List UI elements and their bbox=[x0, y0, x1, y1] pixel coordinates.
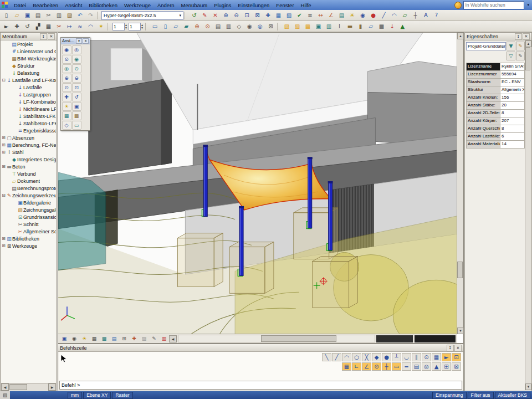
menu-einstellungen[interactable]: Einstellungen bbox=[234, 1, 273, 9]
zoom-dynamic-icon[interactable]: ⊙ bbox=[62, 83, 71, 92]
tree-item-lastfaelle-und-lf-kombinationen[interactable]: ⊟ ↓ Lastfälle und LF-Kombinationen bbox=[1, 76, 56, 84]
edit-properties-button[interactable]: ✎ bbox=[516, 52, 525, 60]
polar-icon[interactable]: ∠ bbox=[362, 362, 371, 371]
menu-fenster[interactable]: Fenster bbox=[273, 1, 297, 9]
property-row[interactable]: Anzahl Knoten: 156 bbox=[466, 94, 525, 102]
background-icon[interactable]: ▨ bbox=[139, 334, 149, 343]
render-icon[interactable]: ◉ bbox=[357, 11, 368, 21]
dimension-icon[interactable]: ┼ bbox=[410, 11, 421, 21]
status-segment[interactable]: Raster bbox=[112, 392, 132, 399]
tree-item-zeichnungsgalerie[interactable]: ▨ Zeichnungsgalerie bbox=[1, 206, 56, 213]
tree-item-absenzen[interactable]: ⊞ ▢ Absenzen bbox=[1, 134, 56, 141]
property-value[interactable]: 207 bbox=[500, 117, 525, 125]
axes-icon[interactable]: ✚ bbox=[129, 334, 139, 343]
menu-ansicht[interactable]: Ansicht bbox=[62, 1, 85, 9]
clean-screen-icon[interactable]: ⊠ bbox=[452, 362, 461, 371]
lock-icon[interactable]: ⊠ bbox=[265, 22, 276, 32]
units-icon[interactable]: ⊞ bbox=[442, 362, 451, 371]
sun-icon[interactable]: ☀ bbox=[79, 334, 89, 343]
property-row[interactable]: Struktur Allgemein XYZ bbox=[466, 86, 525, 94]
property-row[interactable]: Lizenzname Ryklin STATIK bbox=[466, 63, 525, 71]
tree-item-zeichnungswerkzeuge[interactable]: ⊟ ✎ Zeichnungswerkzeuge bbox=[1, 192, 56, 199]
beam-icon[interactable]: ▬ bbox=[345, 22, 355, 32]
glass-canopy[interactable] bbox=[58, 172, 106, 270]
close-icon[interactable]: ✕ bbox=[454, 345, 462, 351]
zoom-in-icon[interactable]: ⊕ bbox=[62, 74, 71, 83]
filter-button[interactable]: ▽ bbox=[507, 52, 515, 60]
snap-line-icon[interactable]: ╲ bbox=[322, 353, 331, 361]
annotate-icon[interactable]: ✎ bbox=[149, 334, 159, 343]
array-icon[interactable]: ▦ bbox=[43, 22, 54, 32]
library-icon[interactable]: ▦ bbox=[303, 22, 313, 32]
menu-menuebaum[interactable]: Menübaum bbox=[178, 1, 211, 9]
tree-expander-icon[interactable]: ⊞ bbox=[1, 236, 6, 241]
snap-parallel-icon[interactable]: ∥ bbox=[412, 353, 421, 361]
scroll-up-icon[interactable]: ▲ bbox=[525, 40, 531, 47]
scroll-thumb[interactable] bbox=[457, 262, 463, 278]
text-icon[interactable]: A bbox=[421, 11, 431, 21]
tree-item-beton[interactable]: ⊞ ▬ Beton bbox=[1, 163, 56, 170]
status-segment[interactable]: Einspannung bbox=[432, 392, 467, 399]
view-z-icon[interactable]: ⊙ bbox=[72, 64, 81, 73]
arc-icon[interactable]: ◠ bbox=[389, 11, 400, 21]
visibility-icon[interactable]: ◎ bbox=[255, 22, 265, 32]
rotate-icon[interactable]: ↺ bbox=[22, 22, 33, 32]
tree-item-schnitt[interactable]: ✂ Schnitt bbox=[1, 221, 56, 228]
clip-icon[interactable]: ▭ bbox=[72, 121, 81, 130]
column-icon[interactable]: ▮ bbox=[355, 22, 366, 32]
light-icon[interactable]: ☀ bbox=[62, 102, 71, 111]
property-value[interactable]: Allgemein XYZ bbox=[500, 86, 525, 94]
shade-icon[interactable]: ▦ bbox=[62, 111, 71, 120]
pin-icon[interactable]: ↧ bbox=[447, 345, 454, 351]
annotation-icon[interactable]: ▲ bbox=[432, 362, 441, 371]
command-history-area[interactable]: ╲╱◠○╳◆●┴◡∥⊙▦►⊡ ▦∟∠⊙┼▭━▤◎▲⊞⊠ bbox=[59, 352, 463, 381]
menu-werkzeuge[interactable]: Werkzeuge bbox=[121, 1, 154, 9]
shading-icon[interactable]: ▩ bbox=[99, 334, 109, 343]
fillet-icon[interactable]: ◠ bbox=[85, 22, 96, 32]
tree-expander-icon[interactable]: ⊞ bbox=[1, 243, 6, 248]
scale-value-1[interactable] bbox=[112, 23, 125, 30]
snap-intersection-icon[interactable]: ╳ bbox=[362, 353, 371, 361]
erase-icon[interactable]: ✕ bbox=[210, 11, 221, 21]
view-top-icon[interactable]: ▤ bbox=[213, 22, 223, 32]
snap-perpendicular-icon[interactable]: ┴ bbox=[392, 353, 401, 361]
grid-toggle-icon[interactable]: ⊞ bbox=[119, 334, 129, 343]
tree-item-bildergalerie[interactable]: ▣ Bildergalerie bbox=[1, 199, 56, 206]
tree-item-bim-werkzeugkasten[interactable]: ▦ BIM-Werkzeugkasten bbox=[1, 55, 56, 62]
edit-button[interactable]: ✎ bbox=[516, 42, 525, 50]
zoom-extents-icon[interactable]: ⊠ bbox=[252, 11, 263, 21]
webhelp-icon[interactable] bbox=[454, 2, 462, 9]
apply-filter-button[interactable]: ▼ bbox=[507, 42, 515, 50]
point-icon[interactable]: ● bbox=[368, 11, 378, 21]
snap-arc-icon[interactable]: ◠ bbox=[342, 353, 351, 361]
tree-item-lastgruppen[interactable]: ↓ Lastgruppen bbox=[1, 91, 56, 98]
status-segment[interactable]: Ebene XY bbox=[83, 392, 111, 399]
save-icon[interactable]: ▣ bbox=[22, 11, 33, 21]
origin-icon[interactable]: ⊙ bbox=[202, 22, 213, 32]
dynamic-input-icon[interactable]: ▭ bbox=[392, 362, 401, 371]
scale-stepper-1[interactable]: ▲▼ bbox=[112, 23, 127, 30]
angle-icon[interactable]: ∠ bbox=[326, 11, 336, 21]
tree-expander-icon[interactable]: ⊞ bbox=[1, 164, 6, 169]
chevron-down-icon[interactable]: ▾ bbox=[76, 38, 82, 44]
material-icon[interactable]: ▣ bbox=[313, 22, 324, 32]
plane-xy-icon[interactable]: ▭ bbox=[150, 22, 160, 32]
check-icon[interactable]: ✔ bbox=[294, 11, 305, 21]
tree-item-berechnung-fe-netz[interactable]: ⊞ ▦ Berechnung, FE-Netz bbox=[1, 141, 56, 149]
tree-expander-icon[interactable]: ⊞ bbox=[1, 135, 6, 140]
view-y-icon[interactable]: ◎ bbox=[62, 64, 71, 73]
texture-icon[interactable]: ▩ bbox=[72, 111, 81, 120]
tree-item-dokument[interactable]: ▱ Dokument bbox=[1, 177, 56, 185]
view-x-icon[interactable]: ◉ bbox=[72, 55, 81, 64]
command-input[interactable]: Befehl > bbox=[59, 381, 462, 390]
print-icon[interactable]: ▤ bbox=[33, 11, 43, 21]
pin-icon[interactable]: ↧ bbox=[40, 33, 47, 40]
polygon-icon[interactable]: ▱ bbox=[400, 11, 410, 21]
scroll-left-icon[interactable]: ◀ bbox=[169, 335, 177, 342]
redo-icon[interactable]: ↷ bbox=[85, 11, 96, 21]
tree-expander-icon[interactable]: ⊟ bbox=[1, 78, 6, 83]
help-icon[interactable]: ? bbox=[431, 11, 442, 21]
view-iso-icon[interactable]: ◇ bbox=[234, 22, 244, 32]
cursor-mode-icon[interactable]: ► bbox=[442, 353, 451, 361]
offset-icon[interactable]: ≈ bbox=[75, 22, 85, 32]
